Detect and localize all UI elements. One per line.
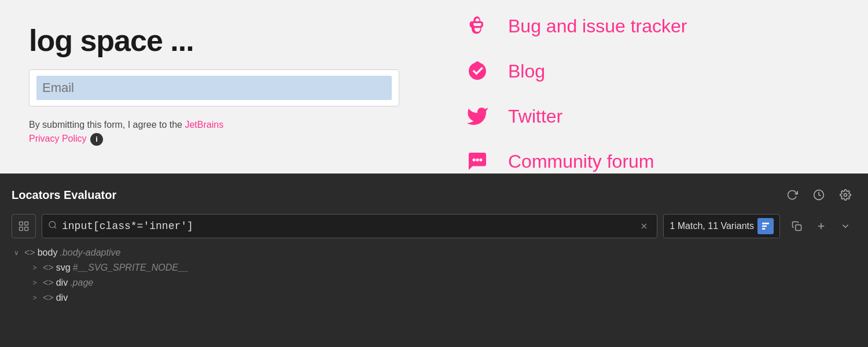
svg-point-3 [479,158,482,161]
bug-link-label: Bug and issue tracker [508,16,687,37]
top-section: log space ... By submitting this form, I… [0,0,868,174]
right-panel: Bug and issue tracker Blog Twitter [428,0,868,174]
privacy-text: By submitting this form, I agree to the … [29,118,399,146]
svg-rect-6 [20,222,23,226]
history-button[interactable] [808,184,830,206]
svg-rect-17 [796,225,801,231]
blog-icon [463,57,492,86]
add-button[interactable] [810,214,832,238]
privacy-text-before: By submitting this form, I agree to the [29,120,182,130]
search-bar-row: 1 Match, 11 Variants [0,214,868,238]
expand-icon[interactable]: > [30,294,39,302]
svg-line-11 [54,227,56,228]
blog-link-label: Blog [508,61,545,82]
svg-rect-8 [20,227,23,231]
match-text: 1 Match, 11 Variants [670,221,754,231]
svg-rect-16 [762,228,765,230]
panel-header: Locators Evaluator [0,174,868,214]
search-small-icon [48,220,57,232]
expand-icon[interactable]: > [30,264,39,272]
css-selector-input[interactable] [62,220,632,232]
bottom-panel: Locators Evaluator [0,174,868,347]
refresh-button[interactable] [781,184,803,206]
svg-rect-7 [25,222,28,226]
svg-point-10 [49,222,56,228]
copy-button[interactable] [786,214,808,238]
privacy-policy-link[interactable]: Privacy Policy [29,134,87,143]
match-icon [757,218,774,234]
panel-title: Locators Evaluator [12,189,116,202]
svg-point-2 [476,158,479,161]
action-buttons [786,214,856,238]
expand-icon[interactable]: > [30,279,39,287]
tree-row[interactable]: ∨ <> body .body-adaptive [12,245,856,260]
info-icon[interactable]: i [90,133,103,146]
community-link-label: Community forum [508,151,654,172]
bug-icon [463,12,492,40]
jetbrains-link[interactable]: JetBrains [185,120,223,130]
left-panel: log space ... By submitting this form, I… [0,0,428,174]
expand-down-button[interactable] [834,214,856,238]
tree-row[interactable]: > <> div .page [12,275,856,290]
expand-icon[interactable]: ∨ [12,249,21,257]
community-icon [463,147,492,174]
svg-rect-9 [25,227,28,231]
locator-mode-button[interactable] [12,214,36,238]
tree-row[interactable]: > <> svg #__SVG_SPRITE_NODE__ [12,260,856,275]
link-item-blog[interactable]: Blog [463,51,833,91]
svg-rect-15 [762,226,767,227]
link-item-twitter[interactable]: Twitter [463,96,833,136]
link-item-community[interactable]: Community forum [463,141,833,174]
email-form-container [29,69,399,106]
twitter-icon [463,102,492,131]
svg-point-1 [473,158,476,161]
svg-point-5 [844,194,847,197]
match-badge: 1 Match, 11 Variants [663,214,780,238]
twitter-link-label: Twitter [508,106,562,127]
settings-button[interactable] [834,184,856,206]
tree-row[interactable]: > <> div [12,290,856,305]
page-title: log space ... [29,23,399,58]
email-input[interactable] [36,76,392,100]
link-item-bug[interactable]: Bug and issue tracker [463,6,833,46]
header-actions [781,184,856,206]
tree-view: ∨ <> body .body-adaptive > <> svg #__SVG… [0,238,868,347]
svg-rect-14 [762,223,769,224]
search-input-container [42,214,657,238]
clear-search-button[interactable] [637,219,651,233]
